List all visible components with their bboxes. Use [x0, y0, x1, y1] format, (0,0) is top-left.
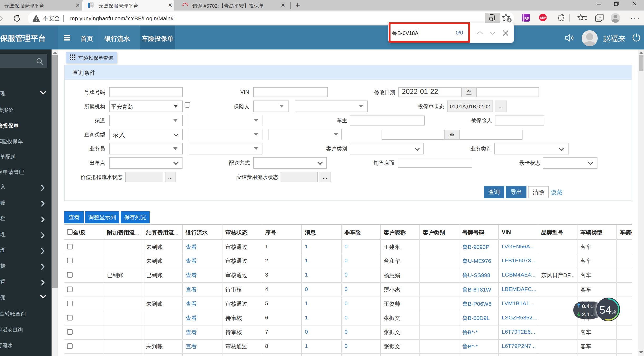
svg-text:ABP: ABP [540, 16, 546, 19]
